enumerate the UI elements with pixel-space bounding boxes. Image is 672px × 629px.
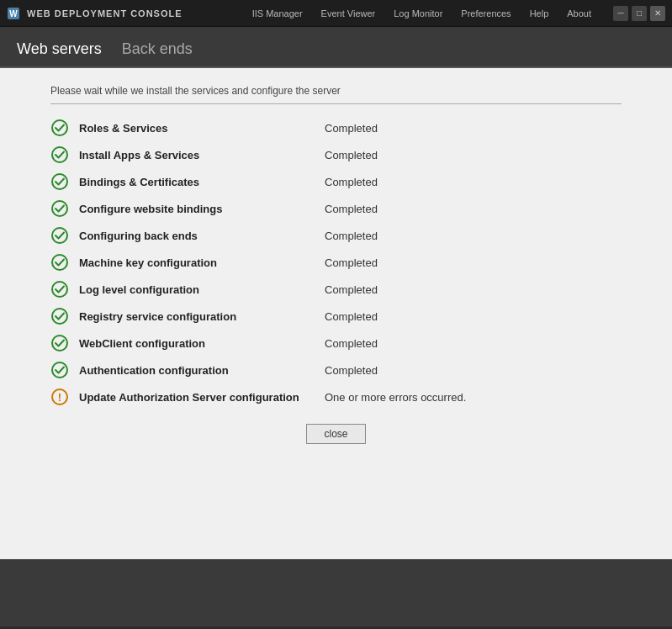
task-row: Install Apps & ServicesCompleted — [50, 141, 622, 168]
task-name: Update Authorization Server configuratio… — [79, 391, 315, 404]
app-icon: W — [7, 7, 20, 20]
task-status: Completed — [325, 283, 378, 296]
nav-event-viewer[interactable]: Event Viewer — [313, 5, 384, 22]
svg-point-2 — [52, 120, 67, 135]
svg-point-7 — [52, 255, 67, 270]
task-status: Completed — [325, 149, 378, 161]
success-icon — [50, 172, 69, 191]
svg-point-10 — [52, 336, 67, 351]
minimize-button[interactable]: ─ — [613, 6, 628, 21]
close-button-area: close — [50, 424, 622, 444]
task-status: Completed — [325, 176, 378, 188]
success-icon — [50, 145, 69, 164]
success-icon — [50, 334, 69, 352]
task-name: Install Apps & Services — [79, 149, 315, 161]
success-icon — [50, 199, 69, 218]
task-name: Authentication configuration — [79, 364, 315, 377]
nav-help[interactable]: Help — [521, 5, 558, 22]
task-list: Roles & ServicesCompleted Install Apps &… — [50, 114, 622, 410]
task-row: Configure website bindingsCompleted — [50, 195, 622, 222]
svg-point-4 — [52, 174, 67, 189]
svg-point-8 — [52, 282, 67, 297]
success-icon — [50, 307, 69, 325]
task-name: Log level configuration — [79, 283, 315, 296]
svg-point-9 — [52, 309, 67, 324]
window-controls: ─ □ ✕ — [613, 6, 665, 21]
task-name: Configuring back ends — [79, 230, 315, 242]
instruction-text: Please wait while we install the service… — [50, 85, 622, 104]
page-tabs: Web servers Back ends — [0, 27, 672, 68]
titlebar: W WEB DEPLOYMENT CONSOLE IIS Manager Eve… — [0, 0, 672, 27]
task-row: Authentication configurationCompleted — [50, 357, 622, 383]
task-row: Roles & ServicesCompleted — [50, 114, 622, 141]
nav-iis-manager[interactable]: IIS Manager — [244, 5, 311, 22]
titlebar-nav: IIS Manager Event Viewer Log Monitor Pre… — [244, 5, 600, 22]
nav-preferences[interactable]: Preferences — [452, 5, 519, 22]
task-status: Completed — [325, 203, 378, 215]
window-close-button[interactable]: ✕ — [650, 6, 665, 21]
task-name: Roles & Services — [79, 122, 315, 135]
task-name: WebClient configuration — [79, 337, 315, 350]
task-row: Registry service configurationCompleted — [50, 303, 622, 330]
nav-log-monitor[interactable]: Log Monitor — [385, 5, 451, 22]
svg-point-3 — [52, 147, 67, 162]
warning-icon: ! — [50, 388, 69, 406]
main-content: Please wait while we install the service… — [0, 68, 672, 559]
task-name: Machine key configuration — [79, 256, 315, 269]
task-row: Machine key configurationCompleted — [50, 249, 622, 276]
task-row: Bindings & CertificatesCompleted — [50, 168, 622, 195]
svg-point-11 — [52, 362, 67, 378]
app-title: WEB DEPLOYMENT CONSOLE — [27, 8, 237, 18]
task-status: Completed — [325, 364, 378, 377]
bottom-area — [0, 559, 672, 626]
svg-point-6 — [52, 228, 67, 243]
task-row: Log level configurationCompleted — [50, 276, 622, 303]
task-row: WebClient configurationCompleted — [50, 330, 622, 357]
task-status: Completed — [325, 122, 378, 135]
maximize-button[interactable]: □ — [632, 6, 647, 21]
tab-back-ends[interactable]: Back ends — [119, 37, 203, 66]
success-icon — [50, 280, 69, 299]
task-row: ! Update Authorization Server configurat… — [50, 383, 622, 410]
task-name: Registry service configuration — [79, 310, 315, 323]
task-status: Completed — [325, 230, 378, 242]
task-row: Configuring back endsCompleted — [50, 222, 622, 249]
task-status: One or more errors occurred. — [325, 391, 466, 404]
close-button[interactable]: close — [306, 424, 365, 444]
success-icon — [50, 361, 69, 379]
task-status: Completed — [325, 337, 378, 350]
nav-about[interactable]: About — [558, 5, 600, 22]
svg-text:!: ! — [58, 391, 61, 404]
success-icon — [50, 253, 69, 272]
task-status: Completed — [325, 256, 378, 269]
task-name: Configure website bindings — [79, 203, 315, 215]
success-icon — [50, 119, 69, 137]
svg-text:W: W — [9, 9, 18, 18]
tab-web-servers[interactable]: Web servers — [13, 37, 112, 66]
task-name: Bindings & Certificates — [79, 176, 315, 188]
svg-point-5 — [52, 201, 67, 216]
success-icon — [50, 226, 69, 245]
task-status: Completed — [325, 310, 378, 323]
